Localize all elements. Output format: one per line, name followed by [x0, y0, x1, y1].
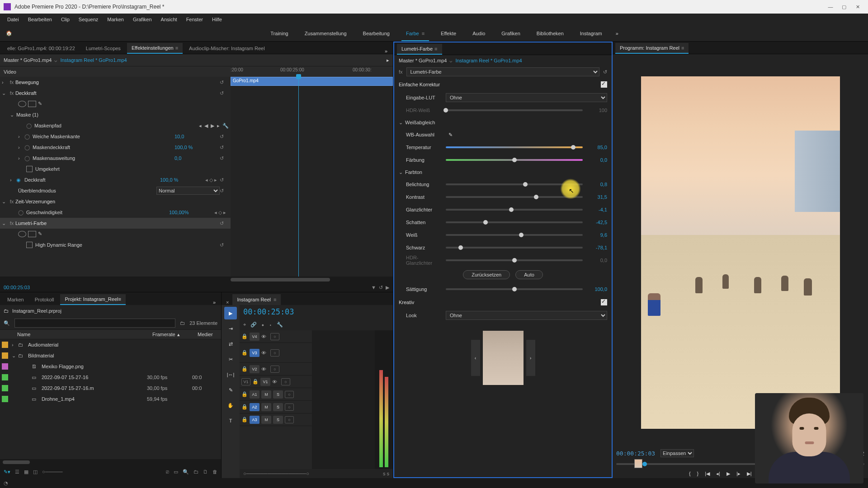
ec-blendmode-select[interactable]: Normal	[156, 187, 220, 195]
chevron-icon[interactable]: ›	[18, 134, 24, 139]
solo-button[interactable]: S	[273, 403, 283, 411]
ws-bearbeitung[interactable]: Bearbeitung	[355, 25, 398, 41]
tab-menu-icon[interactable]: ≡	[118, 296, 121, 302]
settings-icon[interactable]: ⬩	[269, 322, 272, 327]
ec-arrow-icon[interactable]: ▸	[387, 57, 389, 63]
menu-hilfe[interactable]: Hilfe	[208, 14, 226, 25]
chevron-icon[interactable]: ›	[10, 177, 16, 183]
new-bin-icon[interactable]: 🗀	[193, 469, 198, 474]
go-in-icon[interactable]: |◀	[705, 471, 710, 477]
mask-pen-icon[interactable]: ✎	[38, 101, 46, 107]
lum-fx-select[interactable]: Lumetri-Farbe	[406, 67, 599, 76]
bl-slider[interactable]	[446, 247, 583, 249]
ec-lumetri[interactable]: Lumetri-Farbe	[15, 221, 220, 226]
project-search-input[interactable]	[14, 319, 175, 328]
ws-audio[interactable]: Audio	[464, 25, 493, 41]
track-target[interactable]: ○	[285, 404, 294, 411]
hi-val[interactable]: -4,1	[586, 207, 607, 212]
mark-in-icon[interactable]: {	[689, 471, 691, 476]
fx-badge-icon[interactable]: fx	[8, 220, 15, 227]
track-target[interactable]: ○	[281, 378, 290, 385]
proj-scrollbar-thumb[interactable]	[3, 460, 30, 464]
ec-deckkraft2-val[interactable]: 100,0 %	[160, 177, 205, 183]
pencil-icon[interactable]: ✎▾	[4, 469, 10, 475]
ec-playhead[interactable]	[298, 77, 299, 277]
find-icon[interactable]: 🔍	[183, 469, 189, 475]
umgekehrt-checkbox[interactable]	[26, 166, 33, 172]
mute-button[interactable]: M	[261, 390, 271, 399]
ec-mausw-val[interactable]: 0,0	[175, 155, 220, 161]
list-view-icon[interactable]: ☰	[15, 469, 19, 475]
slip-tool-icon[interactable]: |↔|	[224, 368, 237, 381]
track-target[interactable]: ○	[270, 366, 279, 373]
track-a2[interactable]: A2	[250, 403, 259, 411]
con-val[interactable]: 31,5	[586, 194, 607, 200]
look-prev-icon[interactable]: ‹	[471, 340, 480, 376]
tint-slider[interactable]	[446, 159, 583, 161]
play-icon[interactable]: ▶	[726, 471, 730, 477]
close-button[interactable]: ✕	[851, 0, 864, 14]
timeline-timecode[interactable]: 00:00:25:03	[240, 305, 393, 319]
chevron-icon[interactable]: ›	[18, 155, 24, 161]
eye-icon[interactable]: 👁	[261, 350, 269, 356]
sh-val[interactable]: -42,5	[586, 220, 607, 225]
label-swatch[interactable]	[2, 363, 8, 370]
lock-icon[interactable]: 🔒	[241, 366, 248, 372]
project-item[interactable]: ▭ Drohne_1.mp4 59,94 fps	[0, 394, 221, 404]
temp-val[interactable]: 85,0	[586, 145, 607, 150]
sh-slider[interactable]	[446, 221, 583, 223]
freeform-view-icon[interactable]: ◫	[33, 469, 38, 475]
ec-clip-bar[interactable]: GoPro1.mp4	[231, 77, 393, 86]
type-tool-icon[interactable]: T	[224, 414, 237, 427]
ec-geschw-val[interactable]: 100,00%	[169, 210, 214, 215]
step-back-icon[interactable]: ◂|	[716, 471, 720, 477]
col-name[interactable]: Name	[14, 332, 149, 337]
project-item[interactable]: ⌄ 🗀 Bildmaterial	[0, 350, 221, 361]
mask-pen-icon[interactable]: ✎	[38, 231, 46, 237]
menu-clip[interactable]: Clip	[57, 14, 74, 25]
lock-icon[interactable]: 🔒	[241, 350, 248, 356]
reset-icon[interactable]: ↺	[220, 221, 229, 226]
menu-ansicht[interactable]: Ansicht	[156, 14, 182, 25]
fx-badge-icon[interactable]: fx	[8, 198, 15, 205]
track-select-tool-icon[interactable]: ⇥	[224, 322, 237, 335]
eye-icon[interactable]: 👁	[272, 379, 279, 385]
proj-h-scrollbar[interactable]	[0, 459, 221, 465]
reset-icon[interactable]: ↺	[603, 69, 607, 75]
lock-icon[interactable]: 🔒	[241, 391, 248, 397]
program-timecode[interactable]: 00:00:25:03	[616, 450, 655, 457]
eye-icon[interactable]: 👁	[261, 334, 269, 339]
stopwatch-icon[interactable]: ◯	[24, 134, 33, 140]
ws-training[interactable]: Training	[262, 25, 296, 41]
home-icon[interactable]: 🏠	[0, 25, 18, 41]
track-a1[interactable]: A1	[250, 390, 259, 399]
ws-grafiken[interactable]: Grafiken	[493, 25, 528, 41]
ec-scrollbar-thumb[interactable]	[231, 278, 330, 282]
program-video-area[interactable]	[616, 58, 864, 447]
track-v1[interactable]: V1	[260, 378, 270, 386]
reset-icon[interactable]: ↺	[220, 134, 229, 140]
lum-clip-link[interactable]: Instagram Reel * GoPro1.mp4	[455, 58, 522, 63]
fit-select[interactable]: Einpassen	[660, 449, 694, 457]
reset-icon[interactable]: ↺	[220, 145, 229, 150]
selection-tool-icon[interactable]: ▶	[224, 307, 237, 319]
sat-val[interactable]: 100,0	[586, 286, 607, 292]
chevron-icon[interactable]: ⌄	[12, 353, 18, 359]
ec-footer-icons[interactable]: ▼ ↺ ▶	[371, 285, 389, 291]
ws-effekte[interactable]: Effekte	[433, 25, 464, 41]
ec-mdeck-val[interactable]: 100,0 %	[175, 145, 220, 150]
look-select[interactable]: Ohne	[446, 311, 607, 320]
fx-badge-icon[interactable]: fx	[8, 79, 15, 86]
chevron-down-icon[interactable]: ⌵	[449, 58, 453, 64]
menu-grafiken[interactable]: Grafiken	[128, 14, 156, 25]
tab-effekteinstellungen[interactable]: Effekteinstellungen≡	[127, 43, 183, 54]
mask-rect-icon[interactable]	[28, 101, 36, 107]
go-out-icon[interactable]: ▶|	[747, 471, 752, 477]
tabs-overflow-icon[interactable]: »	[382, 48, 390, 54]
maximize-button[interactable]: ▢	[837, 0, 851, 14]
chevron-icon[interactable]: ⌄	[10, 112, 16, 118]
label-swatch[interactable]	[2, 352, 8, 359]
menu-datei[interactable]: Datei	[3, 14, 24, 25]
keyframe-nav[interactable]: ◂◇▸	[205, 177, 217, 183]
exp-slider[interactable]	[446, 183, 583, 185]
